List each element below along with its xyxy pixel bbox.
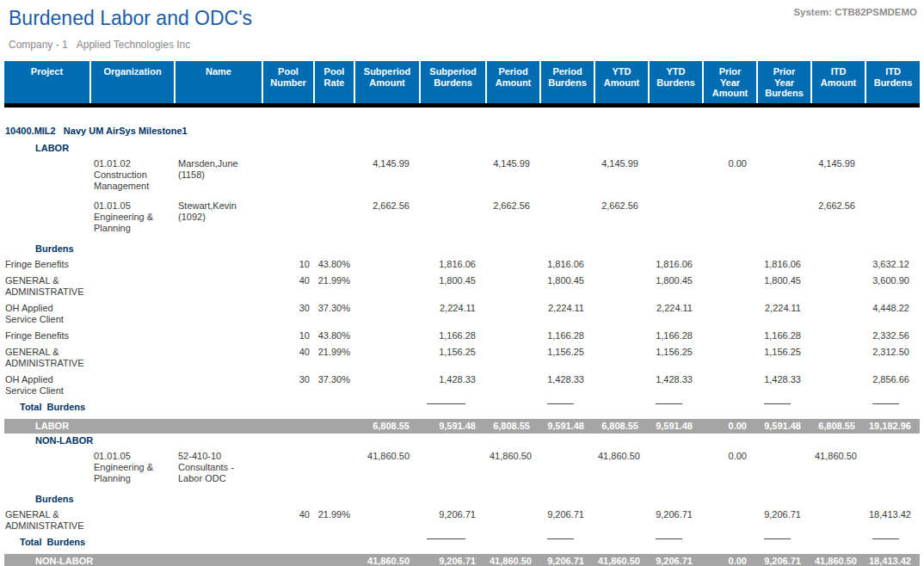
amount-cell [703,373,757,401]
column-header: Pool Number [262,61,314,103]
amount-cell [811,373,865,401]
amount-cell: 4,145.99 [594,157,649,200]
amount-cell: 41,860.50 [811,554,865,566]
amount-cell: 41,860.50 [594,450,649,492]
amount-cell [486,508,540,536]
total-rule-cell [757,536,811,554]
amount-cell [354,373,420,401]
amount-cell: 9,206.71 [540,554,594,566]
amount-cell [314,200,354,242]
text-cell [175,258,262,274]
amount-cell: 2,224.11 [420,302,486,329]
company-label: Company - 1 [9,39,68,51]
column-header: Pool Rate [314,61,354,103]
amount-cell: 2,332.56 [865,329,920,346]
amount-cell: 1,428.33 [420,373,486,401]
amount-cell [486,258,540,274]
text-cell [90,274,175,302]
text-cell [90,258,175,274]
total-rule [427,538,465,539]
amount-cell: 40 [262,346,314,373]
total-rule-cell [865,401,920,419]
amount-cell [594,508,649,536]
amount-cell: 19,182.96 [865,419,920,434]
detail-row: 01.01.05 Engineering & Planning52-410-10… [4,450,920,492]
row-label: LABOR [4,141,920,157]
amount-cell: 2,662.56 [354,200,420,242]
amount-cell: 30 [262,302,314,329]
amount-cell: 41,860.50 [594,554,649,566]
amount-cell: 1,816.06 [420,258,486,274]
amount-cell [865,157,920,200]
burden-row: GENERAL & ADMINISTRATIVE4021.99%1,800.45… [4,274,920,302]
column-header: YTD Amount [594,61,649,103]
amount-cell: 9,206.71 [757,508,811,536]
system-label: System: [793,7,832,17]
total-rule [547,538,574,539]
amount-cell: 1,166.28 [649,329,703,346]
text-cell: Fringe Benefits [4,329,90,346]
cell [703,401,757,419]
amount-cell: 9,591.48 [757,419,811,434]
amount-cell [262,157,314,200]
cell [811,536,865,554]
amount-cell: 1,166.28 [757,329,811,346]
amount-cell: 40 [262,274,314,302]
amount-cell: 9,206.71 [649,554,703,566]
amount-cell [354,274,420,302]
amount-cell: 4,145.99 [811,157,865,200]
amount-cell [540,450,594,492]
amount-cell: 1,816.06 [757,258,811,274]
text-cell [175,302,262,329]
amount-cell: 37.30% [314,373,354,401]
total-rule-cell [649,401,703,419]
amount-cell: 9,591.48 [420,419,486,434]
amount-cell: 0.00 [703,554,757,566]
column-header: ITD Amount [811,61,865,103]
amount-cell: 41,860.50 [486,450,540,492]
column-header: YTD Burdens [649,61,703,103]
burden-row: GENERAL & ADMINISTRATIVE4021.99%1,156.25… [4,346,920,373]
text-cell [175,329,262,346]
row-label: LABOR [4,419,354,434]
amount-cell: 2,662.56 [594,200,649,242]
amount-cell: 30 [262,373,314,401]
report-page: Burdened Labor and ODC's System:CTB82PSM… [0,0,924,566]
amount-cell: 3,600.90 [865,274,920,302]
amount-cell: 2,312.50 [865,346,920,373]
amount-cell: 18,413.42 [865,554,920,566]
amount-cell [420,157,486,200]
text-cell [90,302,175,329]
amount-cell [865,450,920,492]
amount-cell [314,450,354,492]
burden-row: OH Applied Service Client3037.30%2,224.1… [4,302,920,329]
company-line: Company - 1Applied Technologies Inc [9,40,915,51]
amount-cell: 6,808.55 [811,419,865,434]
amount-cell [757,157,811,200]
amount-cell: 3,632.12 [865,258,920,274]
amount-cell [811,302,865,329]
report-title: Burdened Labor and ODC's [9,7,915,29]
amount-cell: 9,206.71 [757,554,811,566]
amount-cell: 43.80% [314,258,354,274]
amount-cell: 18,413.42 [865,508,920,536]
amount-cell: 1,428.33 [757,373,811,401]
amount-cell [811,508,865,536]
text-cell: Stewart,Kevin (1092) [175,200,262,242]
amount-cell: 21.99% [314,508,354,536]
amount-cell [757,450,811,492]
amount-cell [354,329,420,346]
amount-cell: 6,808.55 [486,419,540,434]
amount-cell: 2,662.56 [811,200,865,242]
column-header: Subperiod Amount [354,61,420,103]
row-label: NON-LABOR [4,434,920,450]
amount-cell [594,373,649,401]
amount-cell: 4,448.22 [865,302,920,329]
detail-row: 01.01.05 Engineering & PlanningStewart,K… [4,200,920,242]
text-cell: 52-410-10 Consultants - Labor ODC [175,450,262,492]
text-cell: GENERAL & ADMINISTRATIVE [4,346,90,373]
amount-cell [703,258,757,274]
amount-cell [594,258,649,274]
amount-cell: 1,156.25 [420,346,486,373]
total-rule-cell [540,401,594,419]
